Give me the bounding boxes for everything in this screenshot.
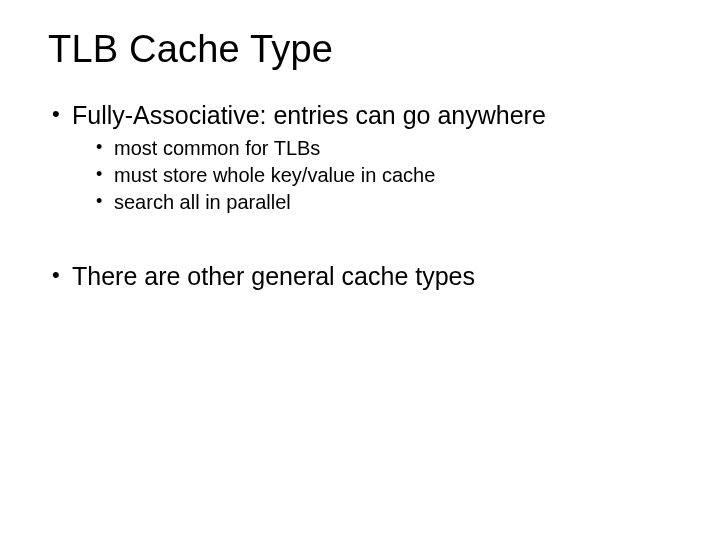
spacer bbox=[52, 240, 680, 260]
sub-bullet-item: search all in parallel bbox=[96, 189, 680, 216]
bullet-item: Fully-Associative: entries can go anywhe… bbox=[52, 99, 680, 216]
bullet-text: There are other general cache types bbox=[72, 262, 475, 290]
sub-bullet-item: must store whole key/value in cache bbox=[96, 162, 680, 189]
bullet-list: Fully-Associative: entries can go anywhe… bbox=[52, 99, 680, 294]
sub-bullet-list: most common for TLBs must store whole ke… bbox=[96, 135, 680, 216]
bullet-item: There are other general cache types bbox=[52, 260, 680, 294]
slide: TLB Cache Type Fully-Associative: entrie… bbox=[0, 0, 720, 540]
sub-bullet-item: most common for TLBs bbox=[96, 135, 680, 162]
bullet-text: Fully-Associative: entries can go anywhe… bbox=[72, 101, 546, 129]
slide-title: TLB Cache Type bbox=[48, 28, 680, 71]
